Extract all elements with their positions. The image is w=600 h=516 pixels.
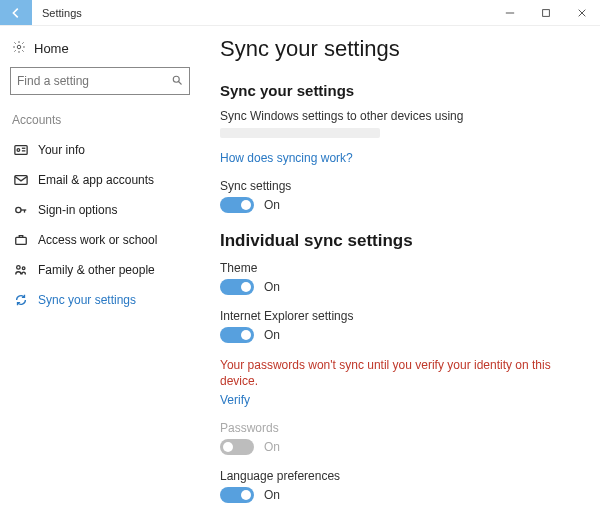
sidebar-item-label: Email & app accounts	[38, 173, 154, 187]
svg-point-6	[17, 149, 20, 152]
svg-point-14	[17, 266, 21, 270]
window-controls	[492, 0, 600, 25]
passwords-state: On	[264, 440, 280, 454]
sidebar-item-email[interactable]: Email & app accounts	[10, 165, 190, 195]
sidebar: Home Accounts Your info Email & app acco…	[0, 26, 200, 516]
gear-icon	[12, 40, 26, 57]
briefcase-icon	[14, 233, 28, 247]
theme-label: Theme	[220, 261, 582, 275]
mail-icon	[14, 173, 28, 187]
minimize-button[interactable]	[492, 0, 528, 25]
sidebar-item-family[interactable]: Family & other people	[10, 255, 190, 285]
search-input-container[interactable]	[10, 67, 190, 95]
lang-label: Language preferences	[220, 469, 582, 483]
sync-settings-toggle[interactable]	[220, 197, 254, 213]
theme-toggle[interactable]	[220, 279, 254, 295]
back-button[interactable]	[0, 0, 32, 25]
home-label: Home	[34, 41, 69, 56]
sidebar-item-label: Access work or school	[38, 233, 157, 247]
search-icon	[171, 74, 183, 89]
search-input[interactable]	[17, 74, 167, 88]
home-button[interactable]: Home	[10, 36, 190, 67]
sidebar-item-signin[interactable]: Sign-in options	[10, 195, 190, 225]
sync-settings-state: On	[264, 198, 280, 212]
lang-toggle[interactable]	[220, 487, 254, 503]
ie-label: Internet Explorer settings	[220, 309, 582, 323]
close-button[interactable]	[564, 0, 600, 25]
theme-state: On	[264, 280, 280, 294]
people-icon	[14, 263, 28, 277]
svg-point-3	[173, 76, 179, 82]
svg-point-15	[22, 267, 25, 270]
sidebar-item-label: Your info	[38, 143, 85, 157]
svg-rect-1	[543, 9, 550, 16]
sync-icon	[14, 293, 28, 307]
sidebar-item-label: Sign-in options	[38, 203, 117, 217]
svg-line-4	[179, 81, 182, 84]
sidebar-item-label: Sync your settings	[38, 293, 136, 307]
sync-settings-label: Sync settings	[220, 179, 582, 193]
person-card-icon	[14, 143, 28, 157]
ie-toggle[interactable]	[220, 327, 254, 343]
verify-link[interactable]: Verify	[220, 393, 250, 407]
svg-rect-13	[16, 237, 27, 244]
section-individual-title: Individual sync settings	[220, 231, 582, 251]
help-link[interactable]: How does syncing work?	[220, 151, 353, 165]
svg-point-2	[17, 45, 21, 49]
sidebar-item-sync[interactable]: Sync your settings	[10, 285, 190, 315]
sidebar-item-work-school[interactable]: Access work or school	[10, 225, 190, 255]
sidebar-item-label: Family & other people	[38, 263, 155, 277]
window-title: Settings	[32, 0, 492, 25]
sidebar-item-your-info[interactable]: Your info	[10, 135, 190, 165]
page-title: Sync your settings	[220, 36, 582, 62]
passwords-toggle	[220, 439, 254, 455]
password-warning: Your passwords won't sync until you veri…	[220, 357, 582, 389]
key-icon	[14, 203, 28, 217]
ie-state: On	[264, 328, 280, 342]
maximize-button[interactable]	[528, 0, 564, 25]
lang-state: On	[264, 488, 280, 502]
sidebar-group-label: Accounts	[10, 113, 190, 127]
svg-point-10	[16, 207, 21, 212]
content-pane: Sync your settings Sync your settings Sy…	[200, 26, 600, 516]
titlebar: Settings	[0, 0, 600, 26]
passwords-label: Passwords	[220, 421, 582, 435]
sync-description: Sync Windows settings to other devices u…	[220, 109, 582, 123]
section-sync-title: Sync your settings	[220, 82, 582, 99]
svg-rect-9	[15, 176, 27, 185]
redacted-account	[220, 128, 380, 138]
